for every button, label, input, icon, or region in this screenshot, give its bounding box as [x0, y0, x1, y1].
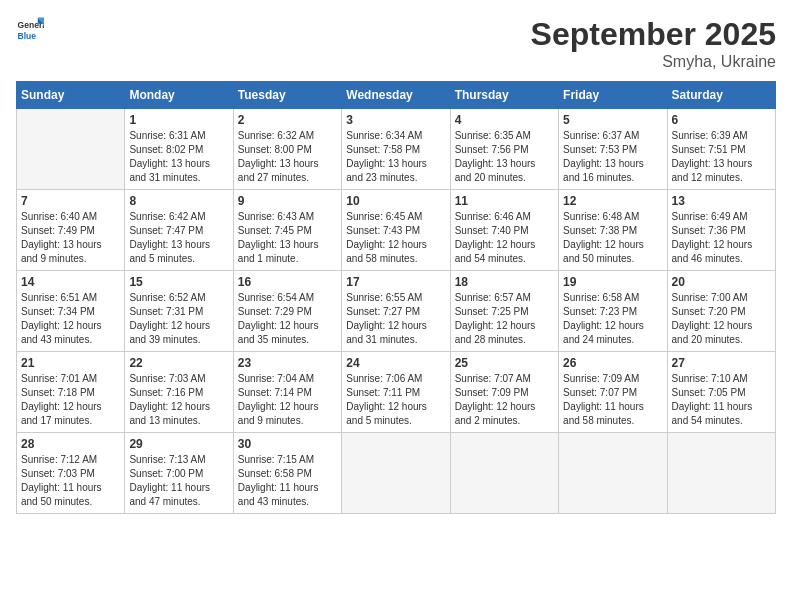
calendar-cell: 4Sunrise: 6:35 AM Sunset: 7:56 PM Daylig… — [450, 109, 558, 190]
header-day: Wednesday — [342, 82, 450, 109]
day-number: 3 — [346, 113, 445, 127]
day-info: Sunrise: 6:31 AM Sunset: 8:02 PM Dayligh… — [129, 129, 228, 185]
header-day: Monday — [125, 82, 233, 109]
header-day: Thursday — [450, 82, 558, 109]
day-number: 20 — [672, 275, 771, 289]
calendar-cell: 12Sunrise: 6:48 AM Sunset: 7:38 PM Dayli… — [559, 190, 667, 271]
day-number: 1 — [129, 113, 228, 127]
day-number: 8 — [129, 194, 228, 208]
day-number: 29 — [129, 437, 228, 451]
calendar-cell: 5Sunrise: 6:37 AM Sunset: 7:53 PM Daylig… — [559, 109, 667, 190]
calendar-cell: 25Sunrise: 7:07 AM Sunset: 7:09 PM Dayli… — [450, 352, 558, 433]
calendar-cell: 30Sunrise: 7:15 AM Sunset: 6:58 PM Dayli… — [233, 433, 341, 514]
day-info: Sunrise: 7:15 AM Sunset: 6:58 PM Dayligh… — [238, 453, 337, 509]
calendar-cell — [17, 109, 125, 190]
day-info: Sunrise: 6:52 AM Sunset: 7:31 PM Dayligh… — [129, 291, 228, 347]
day-info: Sunrise: 7:04 AM Sunset: 7:14 PM Dayligh… — [238, 372, 337, 428]
calendar-cell: 15Sunrise: 6:52 AM Sunset: 7:31 PM Dayli… — [125, 271, 233, 352]
calendar-cell: 26Sunrise: 7:09 AM Sunset: 7:07 PM Dayli… — [559, 352, 667, 433]
day-number: 18 — [455, 275, 554, 289]
calendar-cell — [450, 433, 558, 514]
day-info: Sunrise: 6:40 AM Sunset: 7:49 PM Dayligh… — [21, 210, 120, 266]
day-info: Sunrise: 6:42 AM Sunset: 7:47 PM Dayligh… — [129, 210, 228, 266]
calendar-cell: 24Sunrise: 7:06 AM Sunset: 7:11 PM Dayli… — [342, 352, 450, 433]
day-number: 23 — [238, 356, 337, 370]
calendar-cell — [667, 433, 775, 514]
calendar-week-row: 1Sunrise: 6:31 AM Sunset: 8:02 PM Daylig… — [17, 109, 776, 190]
calendar-cell: 21Sunrise: 7:01 AM Sunset: 7:18 PM Dayli… — [17, 352, 125, 433]
calendar-cell: 10Sunrise: 6:45 AM Sunset: 7:43 PM Dayli… — [342, 190, 450, 271]
calendar-cell: 2Sunrise: 6:32 AM Sunset: 8:00 PM Daylig… — [233, 109, 341, 190]
calendar-week-row: 28Sunrise: 7:12 AM Sunset: 7:03 PM Dayli… — [17, 433, 776, 514]
day-number: 9 — [238, 194, 337, 208]
day-info: Sunrise: 6:48 AM Sunset: 7:38 PM Dayligh… — [563, 210, 662, 266]
calendar-cell: 1Sunrise: 6:31 AM Sunset: 8:02 PM Daylig… — [125, 109, 233, 190]
day-info: Sunrise: 6:32 AM Sunset: 8:00 PM Dayligh… — [238, 129, 337, 185]
calendar-cell: 13Sunrise: 6:49 AM Sunset: 7:36 PM Dayli… — [667, 190, 775, 271]
location-title: Smyha, Ukraine — [531, 53, 776, 71]
calendar-table: SundayMondayTuesdayWednesdayThursdayFrid… — [16, 81, 776, 514]
day-info: Sunrise: 6:58 AM Sunset: 7:23 PM Dayligh… — [563, 291, 662, 347]
day-info: Sunrise: 6:51 AM Sunset: 7:34 PM Dayligh… — [21, 291, 120, 347]
calendar-week-row: 7Sunrise: 6:40 AM Sunset: 7:49 PM Daylig… — [17, 190, 776, 271]
calendar-cell — [559, 433, 667, 514]
calendar-cell: 7Sunrise: 6:40 AM Sunset: 7:49 PM Daylig… — [17, 190, 125, 271]
day-info: Sunrise: 6:34 AM Sunset: 7:58 PM Dayligh… — [346, 129, 445, 185]
calendar-cell: 3Sunrise: 6:34 AM Sunset: 7:58 PM Daylig… — [342, 109, 450, 190]
day-number: 21 — [21, 356, 120, 370]
svg-text:Blue: Blue — [18, 31, 37, 41]
title-block: September 2025 Smyha, Ukraine — [531, 16, 776, 71]
day-number: 25 — [455, 356, 554, 370]
calendar-cell: 9Sunrise: 6:43 AM Sunset: 7:45 PM Daylig… — [233, 190, 341, 271]
calendar-cell: 28Sunrise: 7:12 AM Sunset: 7:03 PM Dayli… — [17, 433, 125, 514]
logo-icon: General Blue — [16, 16, 44, 44]
day-info: Sunrise: 6:57 AM Sunset: 7:25 PM Dayligh… — [455, 291, 554, 347]
day-info: Sunrise: 6:43 AM Sunset: 7:45 PM Dayligh… — [238, 210, 337, 266]
day-number: 4 — [455, 113, 554, 127]
day-number: 16 — [238, 275, 337, 289]
day-number: 22 — [129, 356, 228, 370]
day-number: 24 — [346, 356, 445, 370]
calendar-cell: 22Sunrise: 7:03 AM Sunset: 7:16 PM Dayli… — [125, 352, 233, 433]
day-info: Sunrise: 7:13 AM Sunset: 7:00 PM Dayligh… — [129, 453, 228, 509]
header-row: SundayMondayTuesdayWednesdayThursdayFrid… — [17, 82, 776, 109]
calendar-cell: 14Sunrise: 6:51 AM Sunset: 7:34 PM Dayli… — [17, 271, 125, 352]
calendar-cell: 8Sunrise: 6:42 AM Sunset: 7:47 PM Daylig… — [125, 190, 233, 271]
day-info: Sunrise: 7:00 AM Sunset: 7:20 PM Dayligh… — [672, 291, 771, 347]
month-title: September 2025 — [531, 16, 776, 53]
day-number: 5 — [563, 113, 662, 127]
day-info: Sunrise: 6:46 AM Sunset: 7:40 PM Dayligh… — [455, 210, 554, 266]
day-number: 14 — [21, 275, 120, 289]
day-info: Sunrise: 6:55 AM Sunset: 7:27 PM Dayligh… — [346, 291, 445, 347]
day-info: Sunrise: 6:35 AM Sunset: 7:56 PM Dayligh… — [455, 129, 554, 185]
day-number: 10 — [346, 194, 445, 208]
calendar-cell: 17Sunrise: 6:55 AM Sunset: 7:27 PM Dayli… — [342, 271, 450, 352]
day-info: Sunrise: 7:03 AM Sunset: 7:16 PM Dayligh… — [129, 372, 228, 428]
day-number: 27 — [672, 356, 771, 370]
header-day: Sunday — [17, 82, 125, 109]
header-day: Tuesday — [233, 82, 341, 109]
day-number: 19 — [563, 275, 662, 289]
page-header: General Blue September 2025 Smyha, Ukrai… — [16, 16, 776, 71]
day-number: 12 — [563, 194, 662, 208]
header-day: Friday — [559, 82, 667, 109]
day-info: Sunrise: 7:12 AM Sunset: 7:03 PM Dayligh… — [21, 453, 120, 509]
calendar-cell: 29Sunrise: 7:13 AM Sunset: 7:00 PM Dayli… — [125, 433, 233, 514]
calendar-cell: 27Sunrise: 7:10 AM Sunset: 7:05 PM Dayli… — [667, 352, 775, 433]
day-number: 17 — [346, 275, 445, 289]
calendar-cell: 20Sunrise: 7:00 AM Sunset: 7:20 PM Dayli… — [667, 271, 775, 352]
logo: General Blue — [16, 16, 44, 44]
calendar-cell: 6Sunrise: 6:39 AM Sunset: 7:51 PM Daylig… — [667, 109, 775, 190]
calendar-cell: 18Sunrise: 6:57 AM Sunset: 7:25 PM Dayli… — [450, 271, 558, 352]
calendar-cell: 23Sunrise: 7:04 AM Sunset: 7:14 PM Dayli… — [233, 352, 341, 433]
day-info: Sunrise: 7:06 AM Sunset: 7:11 PM Dayligh… — [346, 372, 445, 428]
calendar-cell: 19Sunrise: 6:58 AM Sunset: 7:23 PM Dayli… — [559, 271, 667, 352]
day-number: 26 — [563, 356, 662, 370]
day-info: Sunrise: 6:45 AM Sunset: 7:43 PM Dayligh… — [346, 210, 445, 266]
day-info: Sunrise: 7:01 AM Sunset: 7:18 PM Dayligh… — [21, 372, 120, 428]
day-info: Sunrise: 7:09 AM Sunset: 7:07 PM Dayligh… — [563, 372, 662, 428]
day-info: Sunrise: 7:07 AM Sunset: 7:09 PM Dayligh… — [455, 372, 554, 428]
day-number: 15 — [129, 275, 228, 289]
day-info: Sunrise: 6:49 AM Sunset: 7:36 PM Dayligh… — [672, 210, 771, 266]
day-number: 13 — [672, 194, 771, 208]
